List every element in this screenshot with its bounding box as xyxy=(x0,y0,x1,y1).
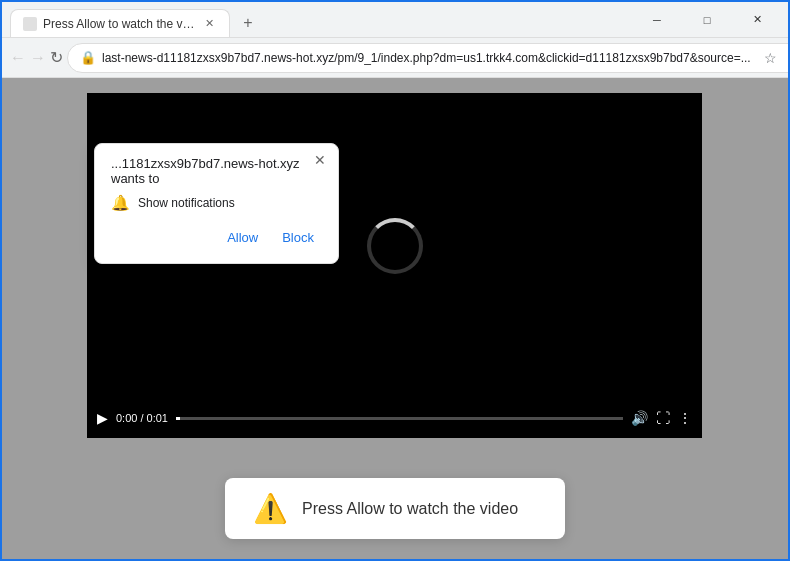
maximize-button[interactable]: □ xyxy=(684,6,730,34)
notification-permission-popup: ✕ ...1181zxsx9b7bd7.news-hot.xyz wants t… xyxy=(94,143,339,264)
new-tab-button[interactable]: + xyxy=(234,9,262,37)
bookmark-button[interactable]: ☆ xyxy=(757,44,785,72)
tab-bar: Press Allow to watch the video ✕ + xyxy=(10,2,634,37)
video-controls: ▶ 0:00 / 0:01 🔊 ⛶ ⋮ xyxy=(87,398,702,438)
browser-window: Press Allow to watch the video ✕ + ─ □ ✕… xyxy=(2,2,788,559)
bell-icon: 🔔 xyxy=(111,194,130,212)
popup-close-button[interactable]: ✕ xyxy=(310,150,330,170)
volume-button[interactable]: 🔊 xyxy=(631,410,648,426)
progress-fill xyxy=(176,417,180,420)
prompt-banner: ⚠️ Press Allow to watch the video xyxy=(225,478,565,539)
prompt-text: Press Allow to watch the video xyxy=(302,500,518,518)
active-tab[interactable]: Press Allow to watch the video ✕ xyxy=(10,9,230,37)
lock-icon: 🔒 xyxy=(80,50,96,65)
time-display: 0:00 / 0:01 xyxy=(116,412,168,424)
refresh-button[interactable]: ↻ xyxy=(50,42,63,74)
nav-bar: ← → ↻ 🔒 last-news-d11181zxsx9b7bd7.news-… xyxy=(2,38,788,78)
tab-close-button[interactable]: ✕ xyxy=(201,16,217,32)
tab-favicon xyxy=(23,17,37,31)
loading-spinner xyxy=(367,218,423,274)
play-button[interactable]: ▶ xyxy=(97,410,108,426)
permission-label: Show notifications xyxy=(138,196,235,210)
block-button[interactable]: Block xyxy=(274,224,322,251)
tab-title: Press Allow to watch the video xyxy=(43,17,195,31)
back-button[interactable]: ← xyxy=(10,42,26,74)
forward-button[interactable]: → xyxy=(30,42,46,74)
close-button[interactable]: ✕ xyxy=(734,6,780,34)
title-bar: Press Allow to watch the video ✕ + ─ □ ✕ xyxy=(2,2,788,38)
more-options-button[interactable]: ⋮ xyxy=(678,410,692,426)
address-text: last-news-d11181zxsx9b7bd7.news-hot.xyz/… xyxy=(102,51,751,65)
allow-button[interactable]: Allow xyxy=(219,224,266,251)
address-bar[interactable]: 🔒 last-news-d11181zxsx9b7bd7.news-hot.xy… xyxy=(67,43,790,73)
popup-permission-row: 🔔 Show notifications xyxy=(111,194,322,212)
address-actions: ☆ 👤 ⋮ xyxy=(757,44,790,72)
page-content: trkk ▶ 0:00 / 0:01 🔊 ⛶ ⋮ xyxy=(2,78,788,559)
popup-buttons: Allow Block xyxy=(111,224,322,251)
fullscreen-button[interactable]: ⛶ xyxy=(656,410,670,426)
minimize-button[interactable]: ─ xyxy=(634,6,680,34)
popup-title: ...1181zxsx9b7bd7.news-hot.xyz wants to xyxy=(111,156,306,186)
window-controls: ─ □ ✕ xyxy=(634,6,780,34)
progress-bar[interactable] xyxy=(176,417,623,420)
warning-icon: ⚠️ xyxy=(253,492,288,525)
